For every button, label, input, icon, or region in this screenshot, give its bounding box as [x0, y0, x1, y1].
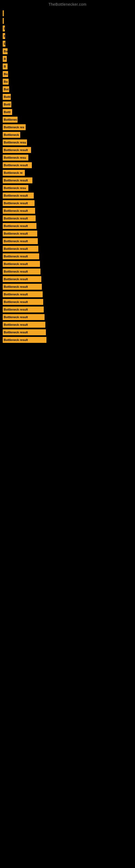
- bar-row: |: [3, 10, 135, 16]
- bar-row: Bottleneck result: [3, 276, 135, 282]
- bar-row: Bottleneck result: [3, 238, 135, 244]
- bar-row: Bottleneck result: [3, 147, 135, 153]
- bar-label: Bottleneck result: [4, 179, 28, 182]
- bar-row: E: [3, 41, 135, 46]
- bar-item: Bottleneck result: [3, 223, 37, 229]
- bar-item: Bottleneck result: [3, 177, 32, 183]
- bar-item: Bottl: [3, 94, 11, 100]
- bar-label: Bottleneck result: [4, 338, 28, 341]
- bar-item: Bottleneck result: [3, 208, 35, 214]
- bars-container: |EBEBoBBBoBoBotBottlBottlBottlBottlenecB…: [0, 8, 135, 343]
- bar-item: E: [3, 26, 5, 31]
- bar-row: Bottlenec: [3, 117, 135, 123]
- bar-label: Bottleneck result: [4, 315, 28, 319]
- bar-label: Bottleneck result: [4, 224, 28, 227]
- bar-label: Bottleneck result: [4, 270, 28, 273]
- bar-item: Bottleneck result: [3, 284, 42, 290]
- bar-item: Bottleneck result: [3, 162, 32, 168]
- bar-label: Bottleneck resu: [4, 141, 26, 144]
- bar-label: Bottleneck result: [4, 278, 28, 281]
- bar-item: Bottl: [3, 109, 12, 115]
- bar-row: Bottleneck: [3, 132, 135, 138]
- bar-item: Bo: [3, 48, 8, 54]
- bar-item: Bottleneck resu: [3, 140, 27, 145]
- bar-item: Bottleneck result: [3, 329, 46, 335]
- bar-label: Bottleneck res: [4, 126, 24, 129]
- bar-item: Bottleneck result: [3, 215, 36, 221]
- bar-row: Bottleneck result: [3, 314, 135, 320]
- bar-label: Bottleneck result: [4, 331, 28, 334]
- bar-item: [3, 18, 4, 24]
- bar-label: Bottleneck result: [4, 209, 28, 212]
- bar-label: Bottleneck result: [4, 163, 28, 167]
- site-title: TheBottlenecker.com: [0, 0, 135, 8]
- bar-row: Bottleneck result: [3, 177, 135, 183]
- bar-row: Bottl: [3, 109, 135, 115]
- bar-item: Bottleneck result: [3, 147, 31, 153]
- bar-item: |: [3, 10, 4, 16]
- bar-item: Bottleneck result: [3, 299, 43, 305]
- bar-row: Bottleneck resu: [3, 155, 135, 161]
- bar-label: Bottleneck re: [4, 171, 23, 175]
- bar-item: Bottleneck result: [3, 246, 38, 252]
- bar-item: Bottleneck resu: [3, 155, 28, 161]
- bar-label: Bottleneck result: [4, 255, 28, 258]
- bar-label: Bottleneck result: [4, 148, 28, 152]
- bar-label: Bottleneck result: [4, 202, 28, 205]
- bar-item: Bottleneck: [3, 132, 20, 138]
- bar-row: Bottleneck result: [3, 193, 135, 198]
- bar-row: Bottleneck result: [3, 299, 135, 305]
- bar-item: Bottleneck result: [3, 253, 39, 259]
- bar-row: Bottleneck result: [3, 337, 135, 343]
- bar-label: Bottl: [4, 95, 10, 98]
- bar-label: E: [4, 27, 5, 30]
- bar-item: Bot: [3, 86, 9, 92]
- bar-label: Bot: [4, 88, 9, 91]
- bar-item: Bo: [3, 71, 8, 77]
- bar-label: Bottleneck result: [4, 240, 28, 243]
- bar-label: Bottl: [4, 111, 10, 114]
- bar-item: Bottleneck resu: [3, 185, 28, 191]
- bar-label: Bottleneck result: [4, 217, 28, 220]
- bar-row: Bottleneck re: [3, 170, 135, 176]
- bar-row: B: [3, 63, 135, 69]
- bar-row: Bottleneck result: [3, 329, 135, 335]
- bar-item: Bottleneck result: [3, 337, 46, 343]
- bar-row: Bo: [3, 71, 135, 77]
- bar-label: Bottleneck resu: [4, 186, 26, 190]
- bar-item: Bottleneck result: [3, 230, 37, 237]
- bar-label: Bottleneck result: [4, 308, 28, 311]
- bar-item: Bottleneck result: [3, 238, 38, 244]
- bar-row: Bottleneck result: [3, 253, 135, 259]
- bar-label: B: [4, 57, 6, 61]
- bar-item: Bottleneck result: [3, 276, 41, 282]
- bar-item: Bo: [3, 79, 9, 85]
- bar-row: Bottleneck resu: [3, 140, 135, 145]
- bar-row: Bottleneck result: [3, 208, 135, 214]
- bar-row: Bottleneck result: [3, 322, 135, 328]
- bar-item: Bottleneck result: [3, 322, 45, 328]
- bar-item: Bottleneck result: [3, 193, 34, 198]
- bar-label: Bo: [4, 80, 8, 83]
- bar-label: Bottleneck resu: [4, 156, 26, 159]
- bar-item: Bottleneck result: [3, 291, 43, 297]
- bar-row: Bottleneck result: [3, 223, 135, 229]
- bar-row: Bottl: [3, 94, 135, 100]
- bar-row: Bottleneck result: [3, 291, 135, 297]
- bar-label: B: [4, 65, 6, 68]
- bar-label: Bottleneck result: [4, 262, 28, 266]
- bar-label: Bo: [4, 50, 8, 53]
- bar-row: B: [3, 33, 135, 39]
- bar-row: Bottleneck result: [3, 215, 135, 221]
- bar-item: B: [3, 56, 7, 62]
- bar-item: B: [3, 63, 8, 69]
- bar-label: Bottl: [4, 103, 10, 106]
- bar-label: Bottleneck result: [4, 247, 28, 250]
- bar-row: Bottleneck res: [3, 124, 135, 130]
- bar-row: Bottleneck result: [3, 162, 135, 168]
- bar-row: Bottleneck result: [3, 307, 135, 312]
- bar-item: Bottl: [3, 101, 11, 107]
- bar-label: Bottlenec: [4, 118, 17, 121]
- bar-row: Bottleneck result: [3, 230, 135, 237]
- bar-row: Bottleneck result: [3, 284, 135, 290]
